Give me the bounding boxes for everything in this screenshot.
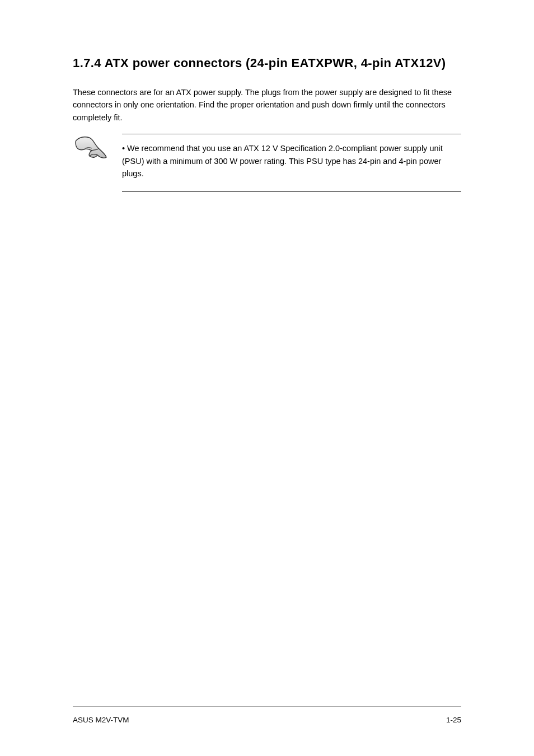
note-body: • We recommend that you use an ATX 12 V … <box>122 134 461 191</box>
hand-note-icon <box>73 134 122 161</box>
intro-paragraph: These connectors are for an ATX power su… <box>73 86 461 124</box>
footer-right: 1-25 <box>446 716 461 724</box>
page-footer: ASUS M2V-TVM 1-25 <box>73 716 461 724</box>
footer-left: ASUS M2V-TVM <box>73 716 129 724</box>
section-title: 1.7.4 ATX power connectors (24-pin EATXP… <box>73 56 461 71</box>
note-callout: • We recommend that you use an ATX 12 V … <box>73 134 461 191</box>
note-bullet-1: • We recommend that you use an ATX 12 V … <box>122 142 461 180</box>
footer-divider <box>73 706 461 707</box>
